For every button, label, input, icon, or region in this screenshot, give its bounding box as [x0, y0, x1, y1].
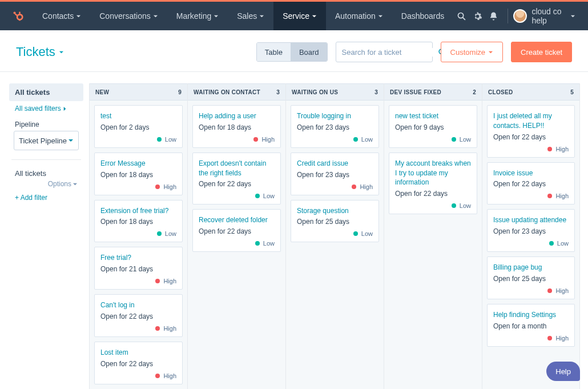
ticket-open-duration: Open for 2 days — [100, 123, 176, 131]
nav-item-automation[interactable]: Automation — [326, 2, 392, 30]
chevron-down-icon — [214, 14, 219, 19]
ticket-card[interactable]: Free trial?Open for 21 daysHigh — [94, 247, 183, 290]
ticket-open-duration: Open for 23 days — [297, 171, 373, 179]
ticket-open-duration: Open for 25 days — [493, 275, 569, 283]
ticket-card[interactable]: Invoice issueOpen for 22 daysHigh — [487, 162, 575, 205]
kanban-board: NEW9testOpen for 2 daysLowError MessageO… — [89, 83, 588, 389]
ticket-title[interactable]: Issue updating attendee — [493, 215, 569, 225]
ticket-title[interactable]: Recover deleted folder — [199, 215, 275, 225]
page-title-dropdown[interactable]: Tickets — [16, 45, 64, 59]
column-body[interactable]: I just deleted all my contacts. HELP!!Op… — [482, 101, 579, 389]
add-filter-button[interactable]: + Add filter — [9, 188, 83, 207]
ticket-card[interactable]: Export doesn't contain the right fieldsO… — [192, 153, 281, 205]
chevron-down-icon — [488, 50, 493, 55]
ticket-card[interactable]: Help finding SettingsOpen for a monthHig… — [487, 304, 575, 347]
hubspot-logo-icon[interactable] — [11, 10, 24, 22]
ticket-card[interactable]: new test ticketOpen for 9 daysLow — [389, 105, 477, 148]
ticket-title[interactable]: Free trial? — [100, 253, 176, 263]
priority-label: Low — [460, 202, 471, 209]
ticket-priority: High — [493, 193, 569, 199]
nav-item-dashboards[interactable]: Dashboards — [392, 2, 454, 30]
column-body[interactable]: new test ticketOpen for 9 daysLowMy acco… — [384, 101, 482, 389]
column-name: WAITING ON CONTACT — [194, 89, 260, 95]
ticket-title[interactable]: Invoice issue — [493, 169, 569, 178]
create-ticket-button[interactable]: Create ticket — [511, 42, 572, 62]
column-count: 9 — [178, 89, 182, 95]
priority-dot-icon — [155, 374, 160, 378]
ticket-card[interactable]: I just deleted all my contacts. HELP!!Op… — [487, 105, 575, 158]
nav-item-sales[interactable]: Sales — [228, 2, 273, 30]
ticket-open-duration: Open for 22 days — [199, 180, 275, 188]
ticket-title[interactable]: Credit card issue — [297, 159, 373, 169]
priority-dot-icon — [255, 241, 260, 246]
customize-button[interactable]: Customize — [441, 42, 503, 62]
nav-item-conversations[interactable]: Conversations — [90, 2, 167, 30]
nav-item-service[interactable]: Service — [273, 2, 326, 30]
ticket-title[interactable]: Error Message — [100, 159, 176, 169]
column-body[interactable]: testOpen for 2 daysLowError MessageOpen … — [90, 101, 187, 389]
ticket-title[interactable]: Help adding a user — [199, 111, 275, 121]
ticket-title[interactable]: new test ticket — [395, 111, 471, 121]
nav-item-contacts[interactable]: Contacts — [33, 2, 90, 30]
notifications-bell-icon[interactable] — [485, 11, 501, 21]
page-header: Tickets Table Board Customize Create tic… — [0, 30, 588, 72]
search-input[interactable] — [342, 48, 438, 57]
ticket-card[interactable]: Billing page bugOpen for 25 daysHigh — [487, 256, 575, 299]
ticket-title[interactable]: Export doesn't contain the right fields — [199, 159, 275, 178]
help-bubble[interactable]: Help — [546, 362, 580, 381]
ticket-priority: High — [100, 278, 176, 284]
table-view-button[interactable]: Table — [257, 43, 291, 61]
nav-item-marketing[interactable]: Marketing — [167, 2, 228, 30]
column-closed: CLOSED5I just deleted all my contacts. H… — [482, 83, 580, 389]
column-count: 5 — [570, 89, 574, 95]
ticket-card[interactable]: Trouble logging inOpen for 23 daysLow — [291, 105, 379, 148]
ticket-title[interactable]: My account breaks when I try to update m… — [395, 159, 471, 187]
ticket-open-duration: Open for 23 days — [493, 227, 569, 235]
priority-dot-icon — [452, 137, 456, 142]
ticket-priority: High — [199, 136, 275, 143]
column-dev-issue-fixed: DEV ISSUE FIXED2new test ticketOpen for … — [384, 83, 482, 389]
sidebar-all-tickets[interactable]: All tickets — [9, 83, 83, 101]
priority-dot-icon — [549, 241, 554, 246]
ticket-title[interactable]: I just deleted all my contacts. HELP!! — [493, 111, 569, 131]
ticket-card[interactable]: My account breaks when I try to update m… — [389, 153, 477, 214]
options-menu[interactable]: Options — [48, 180, 78, 188]
ticket-search[interactable] — [336, 42, 433, 62]
ticket-title[interactable]: test — [100, 111, 176, 121]
ticket-card[interactable]: Lost itemOpen for 22 daysHigh — [94, 342, 183, 384]
svg-rect-4 — [19, 19, 20, 21]
ticket-card[interactable]: Help adding a userOpen for 18 daysHigh — [192, 105, 281, 148]
ticket-card[interactable]: Recover deleted folderOpen for 22 daysLo… — [192, 209, 281, 252]
account-menu[interactable]: cloud co help — [513, 7, 575, 25]
ticket-title[interactable]: Extension of free trial? — [100, 206, 176, 216]
sidebar-saved-filters[interactable]: All saved filters — [9, 101, 83, 116]
settings-gear-icon[interactable] — [469, 11, 485, 21]
ticket-title[interactable]: Billing page bug — [493, 263, 569, 272]
ticket-card[interactable]: testOpen for 2 daysLow — [94, 105, 183, 148]
ticket-card[interactable]: Credit card issueOpen for 23 daysHigh — [291, 153, 379, 195]
priority-label: High — [163, 325, 176, 332]
ticket-title[interactable]: Help finding Settings — [493, 310, 569, 320]
ticket-card[interactable]: Issue updating attendeeOpen for 23 daysL… — [487, 209, 575, 252]
pipeline-select[interactable]: Ticket Pipeline — [14, 131, 79, 150]
column-header: WAITING ON US3 — [286, 83, 384, 101]
board-view-button[interactable]: Board — [291, 43, 327, 61]
ticket-title[interactable]: Storage question — [297, 206, 373, 216]
ticket-title[interactable]: Lost item — [100, 348, 176, 358]
ticket-open-duration: Open for 18 days — [199, 123, 275, 131]
priority-dot-icon — [155, 279, 160, 283]
search-icon[interactable] — [453, 11, 469, 21]
column-waiting-on-contact: WAITING ON CONTACT3Help adding a userOpe… — [187, 83, 285, 389]
ticket-card[interactable]: Storage questionOpen for 25 daysLow — [291, 200, 379, 243]
pipeline-label: Pipeline — [9, 116, 83, 131]
ticket-open-duration: Open for a month — [493, 322, 569, 330]
column-body[interactable]: Trouble logging inOpen for 23 daysLowCre… — [286, 101, 384, 389]
priority-label: High — [163, 183, 176, 190]
column-body[interactable]: Help adding a userOpen for 18 daysHighEx… — [188, 101, 285, 389]
ticket-card[interactable]: Error MessageOpen for 18 daysHigh — [94, 153, 183, 195]
column-name: CLOSED — [488, 89, 513, 95]
ticket-card[interactable]: Can't log inOpen for 22 daysHigh — [94, 294, 183, 337]
ticket-title[interactable]: Can't log in — [100, 300, 176, 310]
ticket-card[interactable]: Extension of free trial?Open for 18 days… — [94, 200, 183, 243]
ticket-title[interactable]: Trouble logging in — [297, 111, 373, 121]
